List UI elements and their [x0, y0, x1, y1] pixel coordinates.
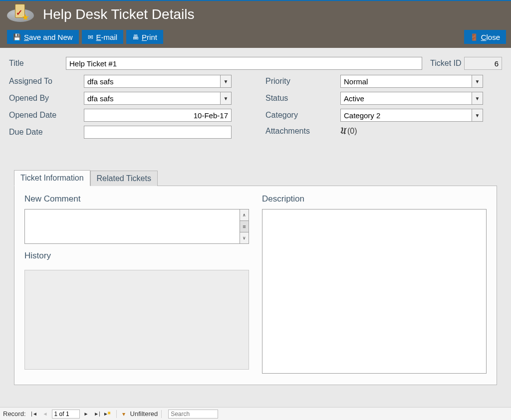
- record-navigator: Record: |◄ ◄ ► ►| ►✷ ▾ Unfiltered: [0, 407, 511, 420]
- assigned-to-input[interactable]: [84, 75, 220, 87]
- form-area: Title Ticket ID Assigned To ▼ Opened By …: [0, 48, 511, 385]
- priority-label: Priority: [265, 77, 340, 86]
- nav-next-button[interactable]: ►: [82, 410, 91, 419]
- paperclip-icon: 𝔘: [339, 125, 347, 137]
- category-label: Category: [265, 111, 340, 120]
- mail-icon: ✉: [88, 33, 93, 41]
- opened-by-input[interactable]: [84, 92, 220, 104]
- nav-prev-button[interactable]: ◄: [41, 410, 50, 419]
- opened-date-label: Opened Date: [9, 111, 84, 120]
- save-and-new-button[interactable]: 💾 Save and New: [7, 30, 79, 44]
- attachments-control[interactable]: 𝔘 (0): [340, 126, 357, 136]
- assigned-to-combo[interactable]: ▼: [84, 75, 232, 88]
- description-label: Description: [262, 194, 487, 204]
- opened-by-label: Opened By: [9, 94, 84, 103]
- status-label: Status: [265, 94, 340, 103]
- tab-related-tickets[interactable]: Related Tickets: [90, 171, 158, 186]
- header-title-row: ✓ Help Desk Ticket Details: [5, 1, 506, 28]
- status-combo[interactable]: ▼: [340, 92, 483, 105]
- filter-status[interactable]: Unfiltered: [130, 410, 158, 418]
- new-comment-label: New Comment: [24, 194, 249, 204]
- nav-new-button[interactable]: ►✷: [104, 410, 113, 419]
- title-label: Title: [9, 59, 66, 68]
- attachments-label: Attachments: [265, 127, 340, 136]
- ticket-id-field: [464, 57, 502, 70]
- record-search-input[interactable]: [168, 410, 218, 419]
- category-input[interactable]: [341, 109, 472, 121]
- print-icon: 🖶: [132, 33, 139, 41]
- header-bar: ✓ Help Desk Ticket Details 💾 Save and Ne…: [0, 1, 511, 48]
- email-button[interactable]: ✉ E-mail: [82, 30, 124, 44]
- record-label: Record:: [3, 410, 26, 418]
- spin-controls: ∧ ≡ ∨: [240, 210, 249, 243]
- chevron-down-icon[interactable]: ▼: [220, 75, 231, 87]
- ticket-id-label: Ticket ID: [430, 59, 464, 68]
- nav-first-button[interactable]: |◄: [30, 410, 39, 419]
- history-label: History: [24, 251, 249, 261]
- spin-down-icon[interactable]: ∨: [240, 232, 249, 243]
- tab-ticket-information[interactable]: Ticket Information: [14, 170, 90, 186]
- chevron-down-icon[interactable]: ▼: [472, 109, 483, 121]
- assigned-to-label: Assigned To: [9, 77, 84, 86]
- close-button[interactable]: 🚪 Close: [464, 30, 506, 44]
- title-input[interactable]: [66, 57, 422, 70]
- new-comment-textarea[interactable]: [25, 210, 240, 243]
- priority-combo[interactable]: ▼: [340, 75, 483, 88]
- opened-date-input[interactable]: [84, 109, 232, 122]
- spin-up-icon[interactable]: ∧: [240, 210, 249, 221]
- priority-input[interactable]: [341, 75, 472, 87]
- app-icon: ✓: [7, 5, 34, 24]
- nav-last-button[interactable]: ►|: [93, 410, 102, 419]
- page-title: Help Desk Ticket Details: [43, 6, 194, 22]
- history-box: [24, 270, 249, 370]
- new-comment-box: ∧ ≡ ∨: [24, 209, 249, 244]
- description-box[interactable]: [262, 209, 487, 374]
- chevron-down-icon[interactable]: ▼: [220, 92, 231, 104]
- chevron-down-icon[interactable]: ▼: [472, 92, 483, 104]
- door-icon: 🚪: [470, 33, 478, 41]
- record-position-input[interactable]: [52, 410, 80, 419]
- filter-icon: ▾: [122, 411, 125, 418]
- category-combo[interactable]: ▼: [340, 109, 483, 122]
- tab-panel: New Comment ∧ ≡ ∨ History Description: [14, 186, 497, 385]
- spin-menu-icon[interactable]: ≡: [240, 221, 249, 232]
- status-input[interactable]: [341, 92, 472, 104]
- save-icon: 💾: [13, 33, 21, 41]
- opened-by-combo[interactable]: ▼: [84, 92, 232, 105]
- print-button[interactable]: 🖶 Print: [126, 30, 163, 44]
- chevron-down-icon[interactable]: ▼: [472, 75, 483, 87]
- tabs: Ticket Information Related Tickets New C…: [14, 170, 497, 385]
- due-date-input[interactable]: [84, 126, 232, 139]
- due-date-label: Due Date: [9, 128, 84, 137]
- attachments-count: (0): [347, 127, 357, 136]
- toolbar: 💾 Save and New ✉ E-mail 🖶 Print 🚪 Close: [5, 28, 506, 46]
